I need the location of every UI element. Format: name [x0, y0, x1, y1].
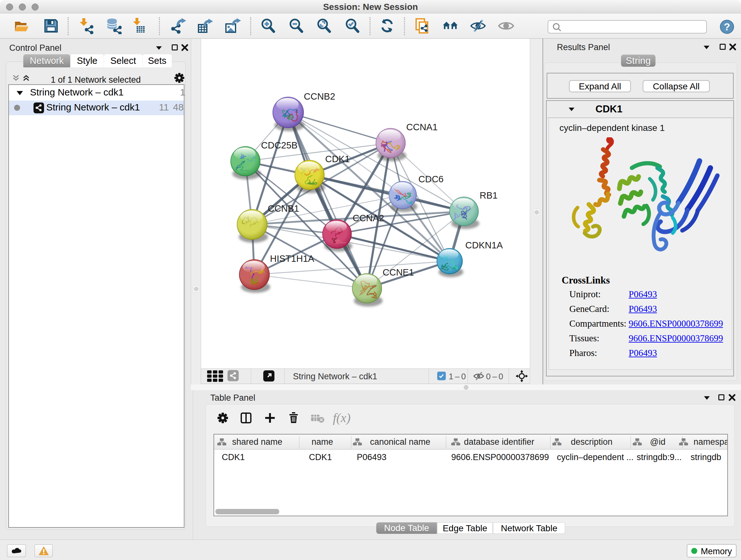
svg-text:CCNA1: CCNA1 [406, 122, 437, 132]
svg-text:CCNB2: CCNB2 [304, 91, 335, 102]
svg-text:CCNA2: CCNA2 [353, 213, 384, 223]
svg-text:HIST1H1A: HIST1H1A [270, 253, 314, 264]
svg-text:RB1: RB1 [480, 190, 497, 200]
svg-text:CDK1: CDK1 [325, 154, 350, 164]
svg-text:CCNE1: CCNE1 [383, 267, 414, 277]
svg-text:CDKN1A: CDKN1A [465, 240, 503, 250]
svg-text:CDC6: CDC6 [418, 174, 444, 184]
svg-text:CDC25B: CDC25B [261, 140, 297, 150]
svg-text:CCNB1: CCNB1 [268, 203, 299, 213]
